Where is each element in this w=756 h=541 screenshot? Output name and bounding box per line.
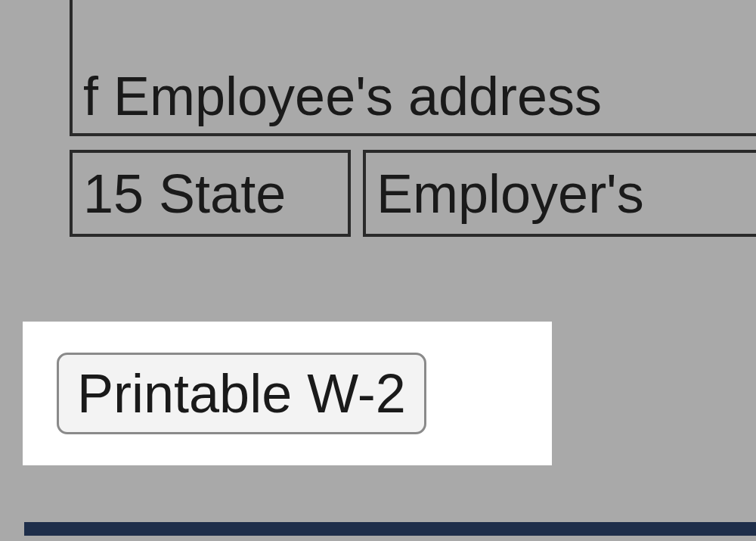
form-box-f-employee-address: f Employee's address (70, 0, 756, 136)
form-box-employer-state-id: Employer's (363, 150, 756, 237)
divider-line (24, 522, 756, 536)
form-box-employer-label: Employer's (376, 163, 644, 225)
button-container: Printable W-2 (23, 322, 552, 465)
form-box-f-label: f Employee's address (83, 65, 602, 127)
form-box-15-state: 15 State (70, 150, 351, 237)
printable-w2-button[interactable]: Printable W-2 (57, 353, 426, 434)
form-box-15-label: 15 State (83, 163, 286, 225)
